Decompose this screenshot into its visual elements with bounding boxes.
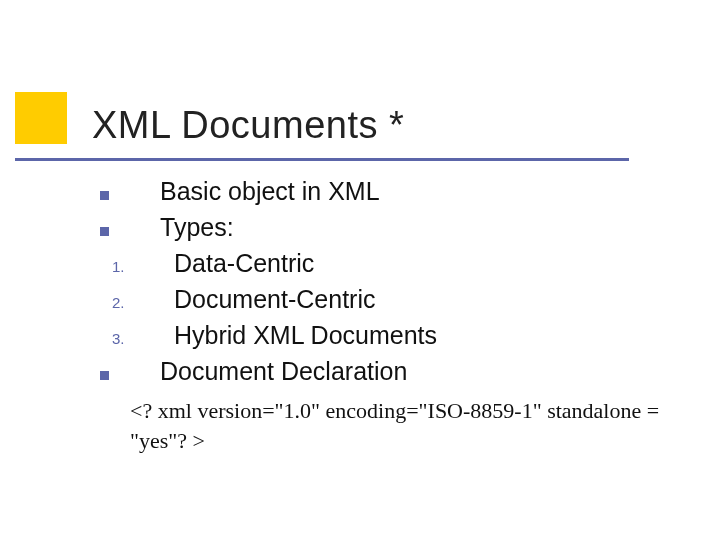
- title-underline: [15, 158, 629, 161]
- number-marker: 2.: [100, 294, 172, 311]
- xml-declaration-code: <? xml version="1.0" encoding="ISO-8859-…: [130, 396, 670, 455]
- bullet-text: Types:: [160, 211, 234, 244]
- bullet-types: Types:: [100, 211, 660, 244]
- slide: XML Documents * Basic object in XML Type…: [0, 0, 720, 540]
- bullet-document-centric: 2. Document-Centric: [100, 283, 660, 316]
- slide-title: XML Documents *: [92, 104, 404, 147]
- number-marker: 1.: [100, 258, 172, 275]
- square-bullet-icon: [100, 227, 160, 236]
- bullet-basic-object: Basic object in XML: [100, 175, 660, 208]
- square-bullet-icon: [100, 371, 160, 380]
- bullet-text: Document Declaration: [160, 355, 407, 388]
- bullet-hybrid-xml: 3. Hybrid XML Documents: [100, 319, 660, 352]
- square-bullet-icon: [100, 191, 160, 200]
- bullet-text: Basic object in XML: [160, 175, 380, 208]
- bullet-text: Data-Centric: [174, 247, 314, 280]
- number-marker: 3.: [100, 330, 172, 347]
- title-accent-square: [15, 92, 67, 144]
- bullet-data-centric: 1. Data-Centric: [100, 247, 660, 280]
- slide-body: Basic object in XML Types: 1. Data-Centr…: [100, 175, 660, 455]
- bullet-document-declaration: Document Declaration: [100, 355, 660, 388]
- bullet-text: Document-Centric: [174, 283, 375, 316]
- bullet-text: Hybrid XML Documents: [174, 319, 437, 352]
